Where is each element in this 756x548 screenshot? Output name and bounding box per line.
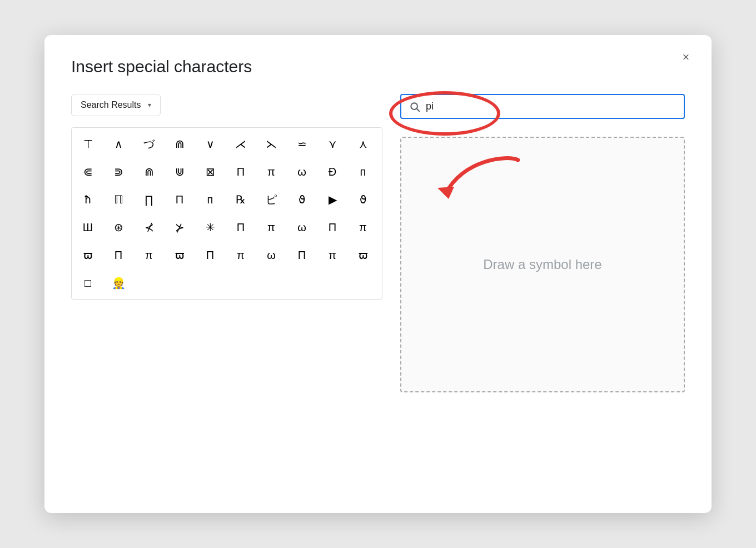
symbol-cell[interactable]: π	[319, 241, 346, 269]
symbol-cell[interactable]: ✳	[196, 213, 224, 241]
symbol-cell[interactable]: ⋒	[135, 158, 163, 186]
symbol-cell[interactable]: ⊛	[105, 213, 132, 241]
dialog-title: Insert special characters	[71, 57, 685, 76]
right-panel: Draw a symbol here	[400, 94, 685, 392]
dropdown-label: Search Results	[81, 100, 141, 110]
symbol-cell[interactable]: Ð	[319, 158, 346, 186]
symbol-cell[interactable]: ⋋	[257, 130, 285, 158]
symbol-cell[interactable]: ⋎	[319, 130, 346, 158]
category-dropdown[interactable]: Search Results ▾	[71, 94, 161, 116]
symbol-cell[interactable]: ピ	[257, 186, 285, 213]
symbol-cell[interactable]: ℿ	[105, 186, 132, 213]
close-button[interactable]: ×	[676, 47, 696, 67]
symbol-cell[interactable]: ω	[288, 213, 316, 241]
symbol-cell[interactable]: ⋍	[288, 130, 316, 158]
symbol-cell[interactable]: ϖ	[74, 241, 102, 269]
symbol-cell[interactable]: Π	[319, 213, 346, 241]
symbol-cell[interactable]: ⋐	[74, 158, 102, 186]
symbol-cell[interactable]: п	[196, 186, 224, 213]
chevron-down-icon: ▾	[148, 101, 151, 109]
symbol-cell[interactable]: π	[349, 213, 377, 241]
symbol-cell[interactable]: ⋒	[166, 130, 193, 158]
symbol-cell[interactable]: ⊀	[135, 213, 163, 241]
symbol-cell[interactable]: ⊁	[166, 213, 193, 241]
left-panel: Search Results ▾ ⊤∧づ⋒∨⋌⋋⋍⋎⋏⋐⋑⋒⋓⊠ΠπωÐпħℿ∏…	[71, 94, 382, 300]
symbol-cell[interactable]: Ш	[74, 213, 102, 241]
symbol-cell[interactable]: ▶	[319, 186, 346, 213]
symbol-cell[interactable]: 👷	[105, 269, 132, 297]
symbol-cell[interactable]: Π	[227, 158, 255, 186]
symbol-cell[interactable]: ∨	[196, 130, 224, 158]
symbol-cell[interactable]: Π	[227, 213, 255, 241]
symbol-cell[interactable]: □	[74, 269, 102, 297]
symbol-cell[interactable]: π	[227, 241, 255, 269]
symbol-cell[interactable]: ϑ	[349, 186, 377, 213]
symbol-cell[interactable]: ħ	[74, 186, 102, 213]
draw-area[interactable]: Draw a symbol here	[400, 137, 685, 392]
search-input[interactable]	[426, 101, 676, 112]
insert-special-characters-dialog: Insert special characters × Search Resul…	[44, 35, 712, 513]
arrow-annotation	[418, 143, 540, 221]
symbol-cell[interactable]: ∏	[135, 186, 163, 213]
symbol-cell[interactable]: ⋏	[349, 130, 377, 158]
symbol-cell[interactable]: Π	[105, 241, 132, 269]
symbol-cell[interactable]: Π	[166, 186, 193, 213]
svg-marker-2	[437, 187, 454, 199]
symbols-grid: ⊤∧づ⋒∨⋌⋋⋍⋎⋏⋐⋑⋒⋓⊠ΠπωÐпħℿ∏Πп℞ピϑ▶ϑШ⊛⊀⊁✳ΠπωΠπ…	[71, 127, 382, 300]
symbol-cell[interactable]: Π	[288, 241, 316, 269]
symbol-cell[interactable]: ϖ	[166, 241, 193, 269]
symbol-cell[interactable]: ⊠	[196, 158, 224, 186]
symbol-cell[interactable]: ⋌	[227, 130, 255, 158]
symbol-cell[interactable]: ℞	[227, 186, 255, 213]
symbol-cell[interactable]: ϑ	[288, 186, 316, 213]
symbol-cell[interactable]: π	[135, 241, 163, 269]
symbol-cell[interactable]: ϖ	[349, 241, 377, 269]
symbol-cell[interactable]: づ	[135, 130, 163, 158]
symbol-cell[interactable]: ⋓	[166, 158, 193, 186]
symbol-cell[interactable]: ∧	[105, 130, 132, 158]
content-area: Search Results ▾ ⊤∧づ⋒∨⋌⋋⋍⋎⋏⋐⋑⋒⋓⊠ΠπωÐпħℿ∏…	[71, 94, 685, 392]
symbol-cell[interactable]: ω	[288, 158, 316, 186]
symbol-cell[interactable]: ω	[257, 241, 285, 269]
symbol-cell[interactable]: π	[257, 213, 285, 241]
draw-area-label: Draw a symbol here	[483, 257, 601, 272]
search-box	[400, 94, 685, 119]
symbol-cell[interactable]: п	[349, 158, 377, 186]
symbol-cell[interactable]: π	[257, 158, 285, 186]
symbol-cell[interactable]: Π	[196, 241, 224, 269]
symbol-cell[interactable]: ⋑	[105, 158, 132, 186]
search-icon	[409, 101, 420, 112]
symbol-cell[interactable]: ⊤	[74, 130, 102, 158]
svg-line-1	[417, 108, 420, 111]
